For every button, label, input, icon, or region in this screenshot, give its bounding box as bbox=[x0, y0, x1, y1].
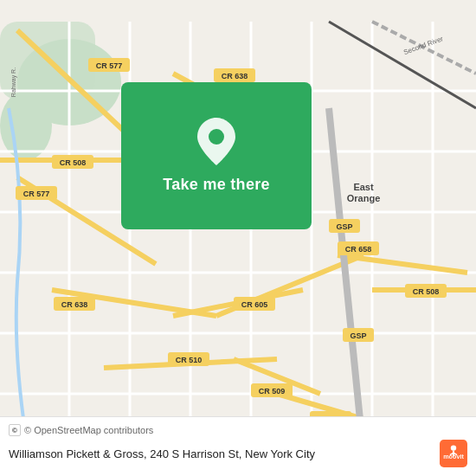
svg-text:East: East bbox=[353, 182, 374, 192]
osm-logo: © bbox=[9, 424, 21, 436]
map-roads: CR 577 CR 577 CR 508 CR 638 CR 638 CR 65… bbox=[0, 0, 476, 476]
svg-text:CR 508: CR 508 bbox=[60, 158, 87, 167]
take-me-there-label: Take me there bbox=[163, 176, 270, 194]
svg-text:CR 508: CR 508 bbox=[413, 287, 440, 296]
svg-text:CR 577: CR 577 bbox=[23, 190, 50, 198]
svg-text:CR 510: CR 510 bbox=[176, 356, 203, 364]
svg-point-61 bbox=[209, 129, 224, 145]
svg-point-64 bbox=[451, 445, 456, 450]
svg-line-26 bbox=[338, 255, 467, 273]
svg-text:CR 638: CR 638 bbox=[61, 300, 88, 309]
svg-point-1 bbox=[0, 91, 52, 160]
bottom-bar: © © OpenStreetMap contributors Williamso… bbox=[0, 416, 476, 476]
svg-line-28 bbox=[329, 108, 363, 454]
svg-text:CR 577: CR 577 bbox=[96, 61, 123, 70]
attribution-text: © OpenStreetMap contributors bbox=[24, 425, 153, 435]
moovit-icon: moovit bbox=[440, 440, 467, 467]
svg-text:Rahway R.: Rahway R. bbox=[10, 68, 17, 97]
location-pin-icon bbox=[197, 118, 235, 165]
attribution-row: © © OpenStreetMap contributors bbox=[9, 424, 467, 436]
svg-text:Orange: Orange bbox=[347, 193, 381, 203]
svg-line-30 bbox=[329, 22, 476, 108]
svg-text:CR 605: CR 605 bbox=[241, 300, 268, 309]
moovit-logo: moovit bbox=[440, 440, 467, 467]
take-me-there-button[interactable]: Take me there bbox=[121, 82, 312, 229]
svg-text:GSP: GSP bbox=[350, 331, 366, 340]
svg-text:CR 509: CR 509 bbox=[259, 387, 286, 396]
bottom-bar-main: Williamson Pickett & Gross, 240 S Harris… bbox=[9, 440, 467, 467]
svg-text:GSP: GSP bbox=[336, 222, 352, 231]
svg-text:CR 658: CR 658 bbox=[345, 245, 372, 254]
map-container: CR 577 CR 577 CR 508 CR 638 CR 638 CR 65… bbox=[0, 0, 476, 476]
address-text: Williamson Pickett & Gross, 240 S Harris… bbox=[9, 447, 431, 460]
svg-text:CR 638: CR 638 bbox=[222, 72, 248, 80]
